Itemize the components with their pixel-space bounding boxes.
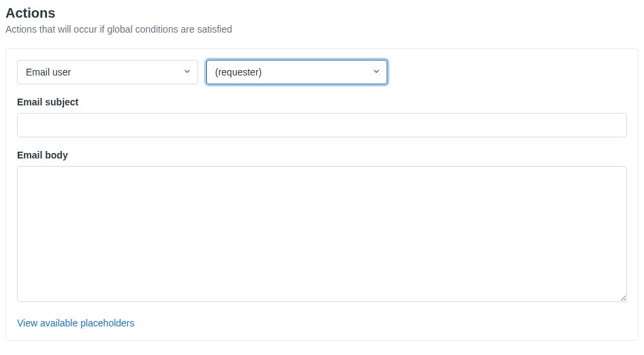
action-type-select[interactable]: Email user bbox=[17, 60, 198, 84]
section-subtitle: Actions that will occur if global condit… bbox=[5, 24, 639, 35]
email-subject-input[interactable] bbox=[17, 113, 627, 137]
email-body-textarea[interactable] bbox=[17, 166, 627, 302]
email-body-group: Email body bbox=[17, 150, 627, 305]
actions-section: Actions Actions that will occur if globa… bbox=[5, 5, 639, 341]
recipient-select-value: (requester) bbox=[215, 67, 261, 78]
email-subject-group: Email subject bbox=[17, 97, 627, 137]
email-subject-label: Email subject bbox=[17, 97, 627, 107]
section-title: Actions bbox=[5, 5, 639, 21]
actions-card: Email user (requester) bbox=[5, 48, 639, 341]
view-placeholders-link[interactable]: View available placeholders bbox=[17, 318, 135, 328]
recipient-select[interactable]: (requester) bbox=[206, 60, 387, 84]
selects-row: Email user (requester) bbox=[17, 60, 627, 84]
recipient-select-wrapper: (requester) bbox=[206, 60, 387, 84]
email-body-label: Email body bbox=[17, 150, 627, 160]
action-type-select-value: Email user bbox=[26, 67, 71, 78]
action-type-select-wrapper: Email user bbox=[17, 60, 198, 84]
